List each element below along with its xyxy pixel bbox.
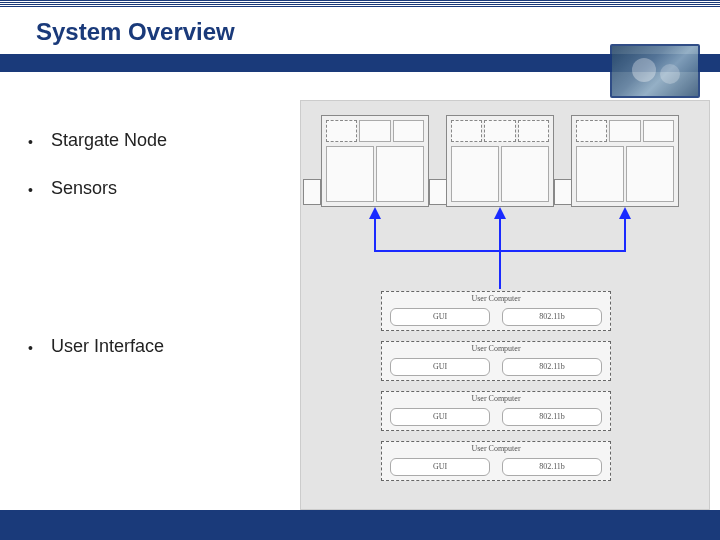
user-computer-label: User Computer [382,344,610,353]
bullet-text: User Interface [51,336,164,357]
sensor-box [429,179,447,205]
content-area: • Stargate Node • Sensors • User Interfa… [0,100,720,510]
bullet-icon: • [28,130,33,154]
user-computer-box: User Computer GUI 802.11b [381,391,611,431]
bullet-icon: • [28,178,33,202]
system-diagram: User Computer GUI 802.11b User Computer … [300,100,710,510]
user-computer-label: User Computer [382,394,610,403]
sensor-box [303,179,321,205]
user-computer-box: User Computer GUI 802.11b [381,291,611,331]
list-item: • Sensors [28,178,300,202]
bullet-list: • Stargate Node • Sensors • User Interfa… [0,100,300,510]
user-computer-label: User Computer [382,444,610,453]
user-computer-box: User Computer GUI 802.11b [381,441,611,481]
header-stripe [0,0,720,8]
spacer [28,226,300,336]
stargate-node [446,115,554,207]
footer-bar [0,510,720,540]
gui-label: GUI [390,308,490,326]
wifi-label: 802.11b [502,408,602,426]
bullet-text: Sensors [51,178,117,199]
stargate-node [321,115,429,207]
stargate-node [571,115,679,207]
decorative-photo [610,44,700,98]
bullet-icon: • [28,336,33,360]
list-item: • User Interface [28,336,300,360]
gui-label: GUI [390,358,490,376]
gui-label: GUI [390,408,490,426]
bullet-text: Stargate Node [51,130,167,151]
wifi-label: 802.11b [502,308,602,326]
list-item: • Stargate Node [28,130,300,154]
user-computer-box: User Computer GUI 802.11b [381,341,611,381]
gui-label: GUI [390,458,490,476]
wifi-label: 802.11b [502,358,602,376]
user-computer-label: User Computer [382,294,610,303]
page-title: System Overview [36,18,235,46]
sensor-box [554,179,572,205]
wifi-label: 802.11b [502,458,602,476]
